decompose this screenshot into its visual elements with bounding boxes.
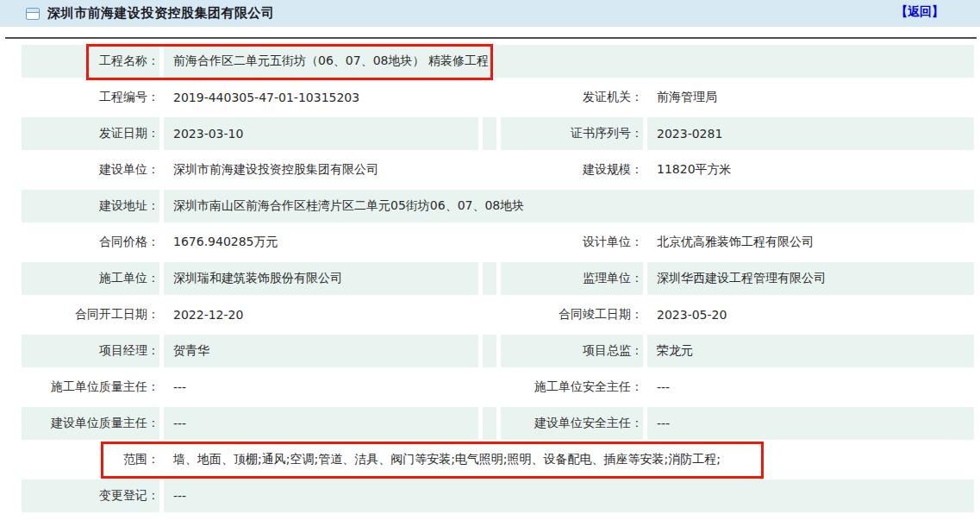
- project-name-label: 工程名称：: [22, 45, 159, 78]
- supervision-unit-value: 深圳华西建设工程管理有限公司: [647, 262, 974, 295]
- issue-date-value: 2023-03-10: [164, 117, 478, 150]
- issue-date-label: 发证日期：: [22, 117, 159, 150]
- project-manager-label: 项目经理：: [22, 335, 159, 367]
- contractor-safety-director-label: 施工单位安全主任：: [501, 371, 643, 404]
- contractor-safety-director-value: ---: [647, 371, 974, 404]
- table-row-project-code: 工程编号： 2019-440305-47-01-10315203 发证机关： 前…: [22, 81, 974, 114]
- supervision-unit-label: 监理单位：: [501, 262, 643, 295]
- header-divider: [5, 37, 977, 39]
- table-row-project-name: 工程名称： 前海合作区二单元五街坊（06、07、08地块） 精装修工程: [22, 45, 974, 78]
- spacer-cell: [483, 153, 496, 186]
- issuing-authority-value: 前海管理局: [647, 81, 974, 114]
- contract-end-date-label: 合同竣工日期：: [501, 298, 643, 331]
- project-director-label: 项目总监：: [501, 335, 643, 367]
- table-row-construction-address: 建设地址： 深圳市南山区前海合作区桂湾片区二单元05街坊06、07、08地块: [22, 190, 974, 222]
- change-registration-value: ---: [164, 479, 974, 512]
- project-director-value: 荣龙元: [647, 335, 974, 367]
- construction-scale-label: 建设规模：: [501, 153, 643, 186]
- project-code-value: 2019-440305-47-01-10315203: [164, 81, 478, 114]
- contract-start-date-label: 合同开工日期：: [22, 298, 159, 331]
- contractor-value: 深圳瑞和建筑装饰股份有限公司: [164, 262, 478, 295]
- table-row-owner-directors: 建设单位质量主任： --- 建设单位安全主任： ---: [22, 407, 974, 440]
- table-row-contract-price: 合同价格： 1676.940285万元 设计单位： 北京优高雅装饰工程有限公司: [22, 226, 974, 259]
- spacer-cell: [483, 371, 496, 404]
- project-manager-value: 贺青华: [164, 335, 478, 367]
- issuing-authority-label: 发证机关：: [501, 81, 643, 114]
- change-registration-label: 变更登记：: [22, 479, 159, 512]
- contractor-quality-director-value: ---: [164, 371, 478, 404]
- spacer-cell: [483, 298, 496, 331]
- construction-scale-value: 11820平方米: [647, 153, 974, 186]
- window-icon: [26, 8, 40, 20]
- design-unit-value: 北京优高雅装饰工程有限公司: [647, 226, 974, 259]
- spacer-cell: [483, 262, 496, 295]
- table-row-change-registration: 变更登记： ---: [22, 479, 974, 512]
- construction-unit-label: 建设单位：: [22, 153, 159, 186]
- table-row-issue-date: 发证日期： 2023-03-10 证书序列号： 2023-0281: [22, 117, 974, 150]
- page-header: 深圳市前海建设投资控股集团有限公司 【返回】: [0, 0, 980, 27]
- project-name-value: 前海合作区二单元五街坊（06、07、08地块） 精装修工程: [164, 45, 974, 78]
- page-title: 深圳市前海建设投资控股集团有限公司: [47, 5, 275, 22]
- owner-safety-director-value: ---: [647, 407, 974, 440]
- construction-address-label: 建设地址：: [22, 190, 159, 222]
- spacer-cell: [483, 226, 496, 259]
- certificate-serial-value: 2023-0281: [647, 117, 974, 150]
- contract-start-date-value: 2022-12-20: [164, 298, 478, 331]
- design-unit-label: 设计单位：: [501, 226, 643, 259]
- spacer-cell: [483, 81, 496, 114]
- scope-value: 墙、地面、顶棚;通风;空调;管道、洁具、阀门等安装;电气照明;照明、设备配电、插…: [164, 443, 974, 476]
- project-info-table: 工程名称： 前海合作区二单元五街坊（06、07、08地块） 精装修工程 工程编号…: [17, 41, 978, 516]
- table-row-contractor-directors: 施工单位质量主任： --- 施工单位安全主任： ---: [22, 371, 974, 404]
- spacer-cell: [483, 117, 496, 150]
- owner-quality-director-value: ---: [164, 407, 478, 440]
- table-row-contractor: 施工单位： 深圳瑞和建筑装饰股份有限公司 监理单位： 深圳华西建设工程管理有限公…: [22, 262, 974, 295]
- back-link[interactable]: 【返回】: [896, 4, 944, 20]
- table-row-contract-dates: 合同开工日期： 2022-12-20 合同竣工日期： 2023-05-20: [22, 298, 974, 331]
- certificate-serial-label: 证书序列号：: [501, 117, 643, 150]
- table-row-construction-unit: 建设单位： 深圳市前海建设投资控股集团有限公司 建设规模： 11820平方米: [22, 153, 974, 186]
- contractor-label: 施工单位：: [22, 262, 159, 295]
- spacer-cell: [483, 407, 496, 440]
- table-row-project-manager: 项目经理： 贺青华 项目总监： 荣龙元: [22, 335, 974, 367]
- project-code-label: 工程编号：: [22, 81, 159, 114]
- contract-price-label: 合同价格：: [22, 226, 159, 259]
- owner-safety-director-label: 建设单位安全主任：: [501, 407, 643, 440]
- spacer-cell: [483, 335, 496, 367]
- owner-quality-director-label: 建设单位质量主任：: [22, 407, 159, 440]
- table-row-scope: 范围： 墙、地面、顶棚;通风;空调;管道、洁具、阀门等安装;电气照明;照明、设备…: [22, 443, 974, 476]
- contract-price-value: 1676.940285万元: [164, 226, 478, 259]
- construction-unit-value: 深圳市前海建设投资控股集团有限公司: [164, 153, 478, 186]
- scope-label: 范围：: [22, 443, 159, 476]
- contractor-quality-director-label: 施工单位质量主任：: [22, 371, 159, 404]
- construction-address-value: 深圳市南山区前海合作区桂湾片区二单元05街坊06、07、08地块: [164, 190, 974, 222]
- contract-end-date-value: 2023-05-20: [647, 298, 974, 331]
